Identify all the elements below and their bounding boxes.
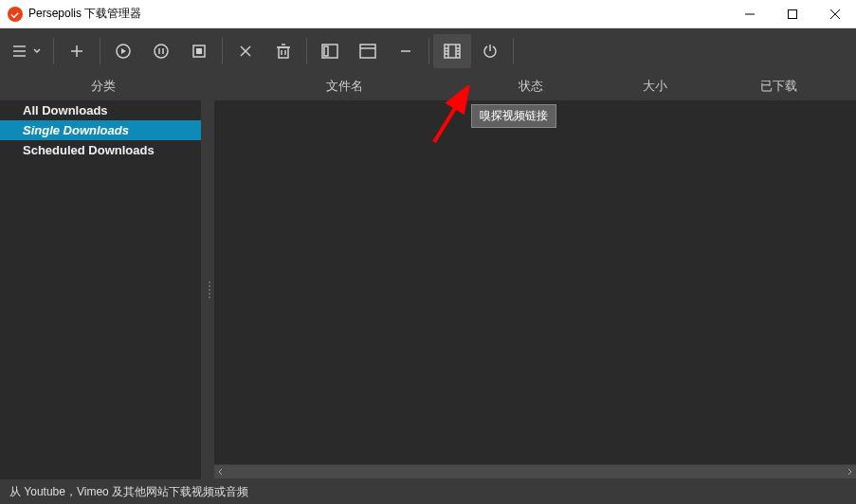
app-icon — [8, 7, 23, 22]
category-single-downloads[interactable]: Single Downloads — [0, 120, 201, 140]
menu-button[interactable] — [4, 34, 49, 68]
column-headers: 文件名 状态 大小 已下载 — [220, 78, 841, 95]
svg-rect-1 — [788, 9, 796, 18]
title-bar: Persepolis 下载管理器 — [0, 0, 856, 28]
col-filename[interactable]: 文件名 — [220, 78, 468, 95]
svg-point-11 — [155, 45, 168, 58]
category-header: 分类 — [0, 78, 207, 95]
shutdown-button[interactable] — [471, 34, 509, 68]
svg-rect-18 — [279, 47, 288, 58]
svg-rect-25 — [360, 45, 375, 58]
app-body: 嗅探视频链接 分类 文件名 状态 大小 已下载 All Downloads Si… — [0, 28, 856, 504]
resume-button[interactable] — [104, 34, 142, 68]
minimize-tray-button[interactable] — [387, 34, 425, 68]
category-scheduled-downloads[interactable]: Scheduled Downloads — [0, 140, 201, 160]
svg-rect-24 — [324, 46, 328, 56]
maximize-button[interactable] — [771, 0, 813, 28]
properties-button[interactable] — [311, 34, 349, 68]
window-controls — [728, 0, 856, 28]
scroll-left-button[interactable] — [214, 465, 228, 478]
status-bar: 从 Youtube，Vimeo 及其他网站下载视频或音频 — [0, 479, 856, 504]
col-status[interactable]: 状态 — [468, 78, 592, 95]
close-button[interactable] — [813, 0, 856, 28]
toolbar — [0, 28, 856, 74]
category-all-downloads[interactable]: All Downloads — [0, 100, 201, 120]
window-title: Persepolis 下载管理器 — [28, 6, 141, 22]
stop-button[interactable] — [180, 34, 218, 68]
pause-button[interactable] — [142, 34, 180, 68]
progress-window-button[interactable] — [349, 34, 387, 68]
horizontal-scrollbar[interactable] — [214, 464, 856, 479]
minimize-button[interactable] — [728, 0, 771, 28]
add-download-button[interactable] — [58, 34, 96, 68]
video-finder-tooltip: 嗅探视频链接 — [471, 104, 556, 128]
status-text: 从 Youtube，Vimeo 及其他网站下载视频或音频 — [9, 484, 248, 500]
remove-button[interactable] — [227, 34, 264, 68]
scroll-right-button[interactable] — [843, 465, 856, 478]
svg-marker-10 — [121, 48, 126, 54]
video-finder-button[interactable] — [433, 34, 471, 68]
col-size[interactable]: 大小 — [592, 78, 717, 95]
scroll-track[interactable] — [228, 465, 843, 478]
delete-button[interactable] — [264, 34, 302, 68]
category-sidebar: All Downloads Single Downloads Scheduled… — [0, 100, 201, 479]
splitter-handle[interactable] — [205, 100, 214, 479]
col-downloaded[interactable]: 已下载 — [717, 78, 841, 95]
svg-rect-15 — [196, 48, 202, 54]
download-list-body[interactable] — [214, 100, 856, 464]
download-list — [214, 100, 856, 479]
